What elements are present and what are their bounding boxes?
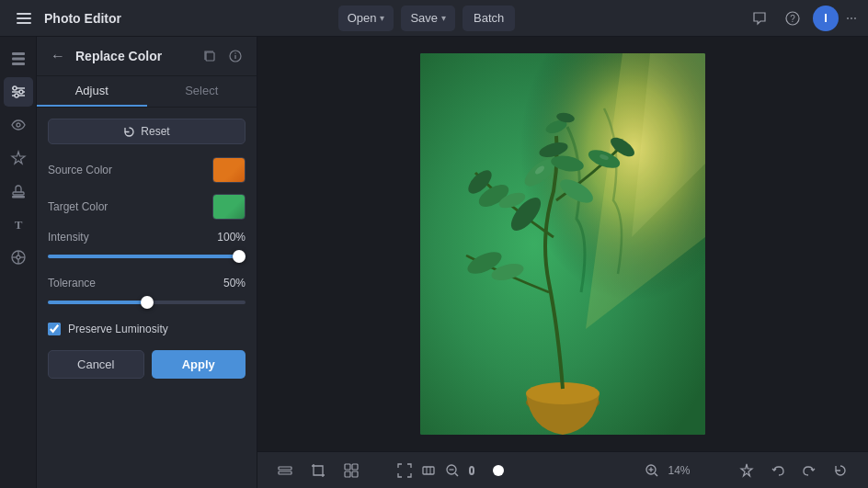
open-chevron-icon: ▾ <box>380 13 384 23</box>
bottom-bar: 14% <box>257 451 868 488</box>
tolerance-value: 50% <box>223 277 246 289</box>
preserve-luminosity-checkbox[interactable] <box>48 323 61 335</box>
source-color-row: Source Color <box>48 157 246 183</box>
svg-rect-16 <box>13 192 24 195</box>
action-buttons: Cancel Apply <box>48 350 246 379</box>
canvas-area: 14% <box>257 37 868 488</box>
info-button[interactable] <box>225 46 246 66</box>
redo-button[interactable] <box>796 458 822 483</box>
help-icon: ? <box>785 11 800 26</box>
hamburger-button[interactable] <box>11 6 37 31</box>
topbar-center: Open ▾ Save ▾ Batch <box>338 6 516 31</box>
svg-rect-2 <box>12 52 25 55</box>
undo-button[interactable] <box>765 458 791 483</box>
apply-button[interactable]: Apply <box>152 350 246 379</box>
layers-view-icon[interactable] <box>272 458 298 483</box>
app-title: Photo Editor <box>44 11 121 26</box>
rail-text-icon[interactable]: T <box>4 210 33 239</box>
svg-rect-51 <box>279 467 291 470</box>
expand-icon[interactable]: ⋯ <box>846 12 857 25</box>
zoom-dot[interactable] <box>469 466 475 475</box>
svg-rect-52 <box>279 471 291 474</box>
reset-icon <box>123 126 135 138</box>
aspect-button[interactable] <box>421 460 436 482</box>
tolerance-header: Tolerance 50% <box>48 277 246 289</box>
cancel-button[interactable]: Cancel <box>48 350 144 379</box>
open-button[interactable]: Open ▾ <box>338 6 394 31</box>
intensity-slider-container <box>48 249 246 264</box>
intensity-header: Intensity 100% <box>48 231 246 244</box>
preserve-luminosity-label: Preserve Luminosity <box>68 323 168 335</box>
reset-button[interactable]: Reset <box>48 119 246 144</box>
svg-rect-55 <box>345 471 350 477</box>
copy-icon <box>203 50 216 62</box>
rail-misc-icon[interactable] <box>4 243 33 272</box>
ai-button[interactable] <box>734 458 760 483</box>
crop-icon[interactable] <box>305 458 331 483</box>
zoom-slider[interactable] <box>484 469 634 472</box>
save-button[interactable]: Save ▾ <box>401 6 455 31</box>
rail-layers-icon[interactable] <box>4 44 33 74</box>
zoom-in-button[interactable] <box>645 460 659 482</box>
svg-text:T: T <box>14 218 22 232</box>
aspect-icon <box>421 463 436 478</box>
rail-eye-icon[interactable] <box>4 110 33 140</box>
bottom-right-tools <box>734 458 853 483</box>
bottom-left-tools <box>272 458 364 483</box>
zoom-out-icon <box>445 463 460 478</box>
help-button[interactable]: ? <box>780 6 805 31</box>
target-color-label: Target Color <box>48 200 212 213</box>
chat-icon <box>752 11 767 26</box>
fit-icon <box>397 463 412 478</box>
svg-line-62 <box>455 473 458 476</box>
tab-select[interactable]: Select <box>147 76 257 107</box>
svg-point-20 <box>17 255 20 259</box>
svg-marker-15 <box>12 152 25 164</box>
intensity-slider[interactable] <box>48 255 246 258</box>
svg-rect-4 <box>12 62 25 65</box>
tolerance-slider[interactable] <box>48 301 246 304</box>
reset-history-button[interactable] <box>828 458 853 483</box>
svg-rect-56 <box>352 471 358 477</box>
panel-tabs: Adjust Select <box>37 76 257 108</box>
canvas-main <box>257 37 868 451</box>
chat-button[interactable] <box>747 6 772 31</box>
topbar: Photo Editor Open ▾ Save ▾ Batch ? I ⋯ <box>0 0 868 37</box>
copy-button[interactable] <box>200 46 220 66</box>
intensity-value: 100% <box>217 231 246 244</box>
tolerance-section: Tolerance 50% <box>48 277 246 310</box>
redo-icon <box>802 463 817 478</box>
svg-rect-54 <box>352 464 358 470</box>
grid-icon[interactable] <box>338 458 364 483</box>
svg-rect-25 <box>206 52 214 61</box>
panel-title: Replace Color <box>75 49 192 63</box>
zoom-out-button[interactable] <box>445 460 460 482</box>
avatar[interactable]: I <box>813 6 839 31</box>
zoom-value: 14% <box>668 464 702 477</box>
batch-button[interactable]: Batch <box>463 6 515 31</box>
intensity-section: Intensity 100% <box>48 231 246 264</box>
back-button[interactable]: ← <box>48 46 68 66</box>
svg-text:?: ? <box>790 14 795 24</box>
topbar-right: ? I ⋯ <box>747 6 857 31</box>
fit-view-button[interactable] <box>397 460 412 482</box>
zoom-in-icon <box>645 463 659 478</box>
rail-adjust-icon[interactable] <box>4 77 33 107</box>
topbar-left: Photo Editor <box>11 6 121 31</box>
svg-point-11 <box>15 94 18 97</box>
plant-svg <box>420 53 705 435</box>
source-color-label: Source Color <box>48 164 212 176</box>
tab-adjust[interactable]: Adjust <box>37 76 147 107</box>
icon-rail: T <box>0 37 37 488</box>
rail-stamp-icon[interactable] <box>4 176 33 206</box>
svg-point-5 <box>13 86 17 90</box>
preserve-luminosity-row: Preserve Luminosity <box>48 323 246 335</box>
target-color-swatch[interactable] <box>212 194 246 220</box>
rail-effects-icon[interactable] <box>4 143 33 173</box>
main: T ← Replace Color <box>0 37 868 488</box>
svg-line-66 <box>655 473 657 476</box>
svg-point-8 <box>19 90 23 94</box>
source-color-swatch[interactable] <box>212 157 246 183</box>
plant-photo <box>420 53 705 435</box>
tolerance-label: Tolerance <box>48 277 96 289</box>
